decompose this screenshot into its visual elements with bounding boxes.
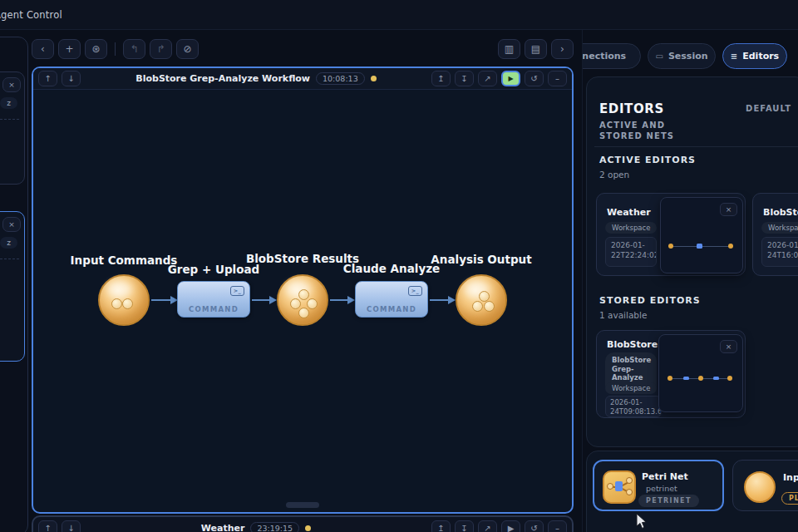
mini-place-icon	[668, 244, 673, 249]
stored-editors-heading: STORED EDITORS	[599, 295, 701, 306]
close-icon[interactable]: ×	[2, 77, 21, 92]
timestamp: 2026-01- 22T22:24:02.4842	[605, 237, 657, 267]
clear-button[interactable]: ⊘	[176, 39, 199, 59]
to-bottom-button[interactable]: ↧	[455, 520, 474, 532]
token	[290, 298, 301, 309]
back-button[interactable]: ‹	[32, 39, 54, 59]
active-editor-card-blobstore[interactable]: BlobStore ... Workspace 2026-01- 24T16:0…	[752, 193, 798, 276]
transition-node-grep-upload[interactable]: >_ COMMAND	[177, 281, 250, 318]
token	[472, 301, 483, 312]
palette-item-badge: PETRINET	[638, 495, 699, 507]
card-title: BlobStore ...	[763, 207, 798, 218]
panel-corner-label: DEFAULT	[746, 104, 791, 113]
tab-label: Session	[668, 51, 708, 62]
palette-item-title: Petri Net	[642, 471, 688, 482]
redo-button[interactable]: ↱	[150, 39, 172, 59]
hamburger-icon: ≡	[731, 52, 737, 61]
transition-node-claude-analyze[interactable]: >_ COMMAND	[355, 281, 428, 318]
place-node-input-commands[interactable]	[98, 274, 150, 326]
session-icon: ▭	[655, 52, 663, 61]
palette-item-subtitle: petrinet	[646, 484, 677, 493]
panel-title: EDITORS	[599, 101, 664, 116]
expand-button[interactable]: ↗	[478, 520, 497, 532]
transition-kind: COMMAND	[356, 305, 427, 313]
petri-canvas[interactable]: Input Commands Grep + Upload BlobStore R…	[33, 90, 572, 512]
close-icon[interactable]: ×	[720, 203, 737, 216]
split-rows-button[interactable]: ▤	[525, 39, 547, 59]
workspace-badge: Workspace	[605, 222, 657, 234]
arc-arrow	[151, 299, 171, 301]
left-preview-card[interactable]: × z	[0, 71, 25, 185]
editor-title-bar[interactable]: ↑ ↓ BlobStore Grep-Analyze Workflow 10:0…	[33, 68, 572, 90]
workspace-badge: Workspace	[761, 222, 798, 234]
terminal-icon: >_	[408, 286, 422, 296]
left-card-badge: z	[0, 97, 17, 109]
move-up-button[interactable]: ↑	[38, 520, 57, 532]
app-title: Agent Control	[0, 9, 62, 21]
reset-button[interactable]: ↺	[525, 520, 544, 532]
move-up-button[interactable]: ↑	[38, 71, 57, 86]
status-dot	[305, 525, 311, 531]
to-bottom-button[interactable]: ↧	[455, 71, 474, 86]
palette-item-input[interactable]: Input PLACE	[732, 460, 798, 511]
play-button[interactable]: ▶	[501, 520, 520, 532]
terminal-icon: >_	[230, 286, 244, 296]
place-icon	[744, 471, 776, 503]
add-button[interactable]: +	[58, 39, 81, 59]
workspace-badge: Workspace	[605, 382, 657, 394]
tab-connections[interactable]: Connections	[582, 43, 641, 69]
forward-button[interactable]: ›	[551, 39, 574, 59]
undo-button[interactable]: ↰	[123, 39, 145, 59]
settings-button[interactable]: ⊛	[85, 39, 107, 59]
node-label: Analysis Output	[431, 253, 531, 266]
panel-subtitle: ACTIVE AND STORED NETS	[599, 120, 707, 141]
node-label: BlobStore Results	[246, 252, 359, 265]
palette-item-title: Input	[783, 472, 798, 483]
tab-label: Connections	[582, 51, 626, 62]
editor-window: ↑ ↓ BlobStore Grep-Analyze Workflow 10:0…	[32, 66, 574, 514]
to-top-button[interactable]: ↥	[431, 520, 451, 532]
resize-handle[interactable]	[286, 502, 319, 508]
right-sidebar: Connections ▭ Session ≡ Editors EDITORS …	[582, 30, 798, 532]
net-preview: ×	[660, 197, 743, 273]
arc-arrow	[252, 299, 270, 301]
workspace-column: ‹ + ⊛ ↰ ↱ ⊘ ▥ ▤ › ↑ ↓ BlobStore Grep-Ana…	[30, 30, 582, 532]
place-node-analysis-output[interactable]	[456, 274, 507, 326]
arc-arrow	[330, 299, 348, 301]
left-preview-card-selected[interactable]: × z	[0, 211, 25, 362]
play-button[interactable]: ▶	[501, 71, 520, 86]
mini-transition-icon	[683, 377, 689, 380]
tab-session[interactable]: ▭ Session	[648, 43, 716, 69]
mini-transition-icon	[697, 244, 702, 249]
palette-item-petri-net[interactable]: Petri Net petrinet PETRINET	[593, 460, 724, 511]
split-columns-button[interactable]: ▥	[498, 39, 520, 59]
transition-kind: COMMAND	[178, 305, 249, 313]
mouse-cursor	[636, 514, 648, 530]
card-title: Weather	[607, 207, 651, 218]
expand-button[interactable]: ↗	[478, 71, 497, 86]
mini-place-icon	[667, 376, 672, 381]
active-editors-count: 2 open	[599, 170, 629, 180]
mini-transition-icon	[713, 377, 719, 380]
minimize-button[interactable]: –	[548, 71, 567, 86]
mini-place-icon	[728, 244, 733, 249]
move-down-button[interactable]: ↓	[62, 71, 81, 86]
bottom-title-bar[interactable]: ↑ ↓ Weather 23:19:15 ↥ ↧ ↗ ▶ ↺ –	[33, 517, 572, 532]
node-label: Claude Analyze	[343, 262, 440, 275]
net-preview: ×	[658, 334, 743, 412]
to-top-button[interactable]: ↥	[431, 71, 451, 86]
token	[122, 298, 133, 309]
tab-label: Editors	[742, 51, 779, 62]
palette-item-badge: PLACE	[781, 492, 798, 505]
minimize-button[interactable]: –	[548, 520, 567, 532]
divider	[594, 146, 798, 147]
reset-button[interactable]: ↺	[525, 71, 544, 86]
active-editor-card-weather[interactable]: Weather Workspace 2026-01- 22T22:24:02.4…	[596, 193, 746, 276]
close-icon[interactable]: ×	[720, 340, 737, 353]
divider	[0, 259, 19, 259]
move-down-button[interactable]: ↓	[62, 520, 81, 532]
tab-editors[interactable]: ≡ Editors	[722, 43, 787, 69]
place-node-blobstore-results[interactable]	[277, 274, 328, 326]
stored-editor-card[interactable]: BlobStore ... BlobStore Grep-Analyze Wor…	[596, 330, 746, 418]
close-icon[interactable]: ×	[2, 217, 21, 232]
